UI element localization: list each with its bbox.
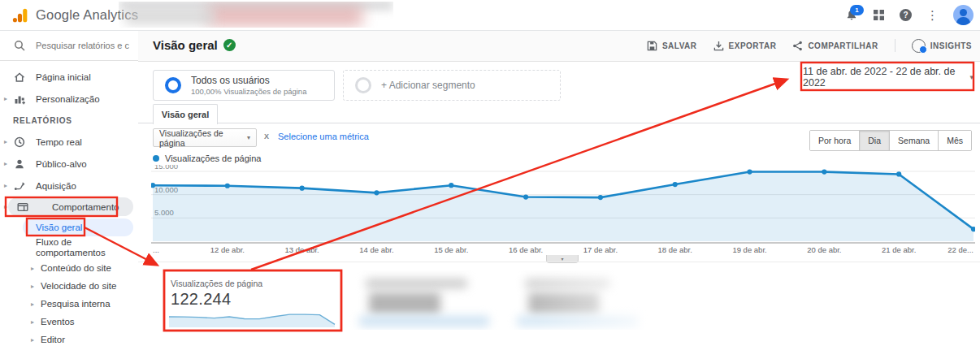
sidebar-subitem-label: Velocidade do site — [41, 281, 116, 292]
sidebar-subitem-label: Conteúdo do site — [41, 263, 111, 274]
clock-icon — [13, 136, 26, 149]
segment-subtitle: 100,00% Visualizações de página — [191, 87, 306, 96]
sidebar-search[interactable] — [0, 30, 138, 61]
sidebar-item-tempo-real[interactable]: ▸ Tempo real — [0, 131, 138, 153]
acquisition-icon — [13, 179, 26, 192]
apps-grid-icon[interactable] — [873, 9, 885, 21]
x-tick-label: 13 de abr. — [284, 245, 319, 254]
x-tick-label: 22 de... — [947, 245, 973, 254]
chart-legend: Visualizações de página — [153, 154, 261, 163]
sidebar-item-label: Tempo real — [36, 137, 82, 147]
save-icon — [647, 41, 657, 51]
granularity-por-hora[interactable]: Por hora — [810, 131, 860, 150]
page-title: Visão geral ✓ — [153, 38, 236, 52]
sidebar-item-visao-geral[interactable]: Visão geral — [0, 218, 138, 236]
x-axis-line — [151, 242, 975, 244]
sidebar-item-conteudo-do-site[interactable]: ▸ Conteúdo do site — [0, 259, 138, 277]
sidebar-subitem-label: Visão geral — [36, 223, 82, 233]
metric-selector-dropdown[interactable]: Visualizações de página ▾ — [153, 128, 257, 147]
chevron-right-icon: ▸ — [4, 182, 7, 189]
metric-selector-value: Visualizações de página — [159, 128, 247, 148]
brand[interactable]: Google Analytics — [0, 6, 138, 24]
granularity-dia[interactable]: Dia — [860, 131, 890, 150]
report-main: Visão geral ✓ SALVAR EXPORTAR COMPARTILH… — [138, 30, 980, 346]
add-segment-label: + Adicionar segmento — [381, 80, 475, 91]
sidebar-item-eventos[interactable]: ▸ Eventos — [0, 313, 138, 331]
summary-sparkline — [167, 311, 336, 328]
save-button[interactable]: SALVAR — [647, 41, 697, 51]
sidebar-item-editor[interactable]: ▸ Editor — [0, 331, 138, 346]
top-app-bar: Google Analytics 1 ? ⋮ — [0, 0, 980, 31]
caret-down-icon: ▾ — [247, 134, 250, 141]
search-icon — [14, 40, 25, 51]
tab-bar-divider — [138, 123, 980, 123]
legend-label: Visualizações de página — [165, 154, 261, 163]
timeseries-chart: 5.00010.00015.000 — [151, 165, 975, 243]
granularity-toggle-group: Por hora Dia Semana Mês — [809, 130, 972, 151]
sidebar-item-velocidade-do-site[interactable]: ▸ Velocidade do site — [0, 277, 138, 295]
page-title-text: Visão geral — [153, 38, 218, 52]
x-tick-label: ... — [153, 245, 159, 254]
segment-card-all-users[interactable]: Todos os usuários 100,00% Visualizações … — [153, 70, 335, 101]
tab-visao-geral[interactable]: Visão geral — [153, 104, 218, 124]
insights-icon — [912, 39, 926, 53]
save-button-label: SALVAR — [662, 41, 697, 50]
behavior-icon — [16, 201, 29, 214]
question-glyph: ? — [903, 11, 908, 19]
share-button[interactable]: COMPARTILHAR — [792, 41, 878, 51]
chevron-right-icon: ▸ — [31, 301, 34, 308]
user-avatar[interactable] — [953, 5, 973, 25]
x-tick-label: 14 de abr. — [359, 245, 393, 254]
x-tick-label: 15 de abr. — [434, 245, 468, 254]
sidebar-item-fluxo-de-comportamentos[interactable]: Fluxo de comportamentos — [0, 236, 138, 259]
export-icon — [713, 41, 724, 51]
export-button-label: EXPORTAR — [729, 41, 777, 50]
export-button[interactable]: EXPORTAR — [713, 41, 777, 51]
sidebar-item-personalizacao[interactable]: ▸ Personalização — [0, 88, 138, 110]
insights-button-label: INSIGHTS — [930, 41, 972, 50]
insights-button[interactable]: INSIGHTS — [912, 39, 972, 53]
sidebar-item-pesquisa-interna[interactable]: ▸ Pesquisa interna — [0, 295, 138, 313]
pageviews-summary-card: Visualizações de página 122.244 — [166, 272, 340, 330]
remove-metric-button[interactable]: X — [264, 132, 269, 141]
x-tick-label: 19 de abr. — [732, 245, 766, 254]
search-input[interactable] — [34, 40, 131, 51]
sidebar-item-aquisicao[interactable]: ▸ Aquisição — [0, 175, 138, 197]
chevron-right-icon: ▸ — [4, 138, 7, 145]
sidebar-item-label: Página inicial — [36, 72, 91, 82]
granularity-mes[interactable]: Mês — [939, 131, 971, 150]
person-icon — [13, 158, 26, 171]
more-options-icon[interactable]: ⋮ — [926, 9, 939, 21]
sidebar-item-pagina-inicial[interactable]: Página inicial — [0, 66, 138, 88]
sidebar-item-comportamento[interactable]: ▸ Comportamento — [0, 197, 138, 217]
help-icon[interactable]: ? — [900, 9, 912, 21]
segment-ring-icon — [355, 77, 371, 93]
sidebar-subitem-label: Editor — [41, 335, 65, 345]
sidebar-subitem-label: Eventos — [41, 317, 75, 327]
x-tick-label: 20 de abr. — [807, 245, 841, 254]
x-tick-label: 21 de abr. — [882, 245, 916, 254]
legend-dot-icon — [153, 155, 159, 162]
notification-count-badge: 1 — [850, 5, 864, 15]
cards-section-divider — [138, 262, 980, 262]
redacted-metric-cards — [345, 270, 694, 330]
chevron-right-icon: ▸ — [4, 95, 7, 102]
notifications-bell-icon[interactable]: 1 — [845, 9, 858, 22]
svg-text:15.000: 15.000 — [154, 165, 178, 171]
chevron-right-icon: ▸ — [31, 336, 34, 344]
chevron-right-icon: ▸ — [4, 160, 7, 167]
date-range-label: 11 de abr. de 2022 - 22 de abr. de 2022 — [803, 66, 963, 89]
sidebar-subitem-label: Fluxo de comportamentos — [36, 237, 114, 258]
granularity-semana[interactable]: Semana — [890, 131, 939, 150]
add-segment-card[interactable]: + Adicionar segmento — [343, 70, 561, 101]
x-tick-label: 16 de abr. — [509, 245, 543, 254]
chevron-down-icon: ▸ — [4, 203, 7, 210]
sidebar-item-publico-alvo[interactable]: ▸ Público-alvo — [0, 153, 138, 175]
sidebar-item-label: Comportamento — [52, 202, 119, 212]
chevron-right-icon: ▸ — [31, 265, 34, 272]
segment-title: Todos os usuários — [191, 75, 306, 86]
caret-down-icon: ▾ — [969, 73, 973, 81]
date-range-selector[interactable]: 11 de abr. de 2022 - 22 de abr. de 2022 … — [803, 64, 973, 90]
select-metric-link[interactable]: Selecione uma métrica — [278, 132, 369, 141]
x-tick-label: 18 de abr. — [658, 245, 692, 254]
